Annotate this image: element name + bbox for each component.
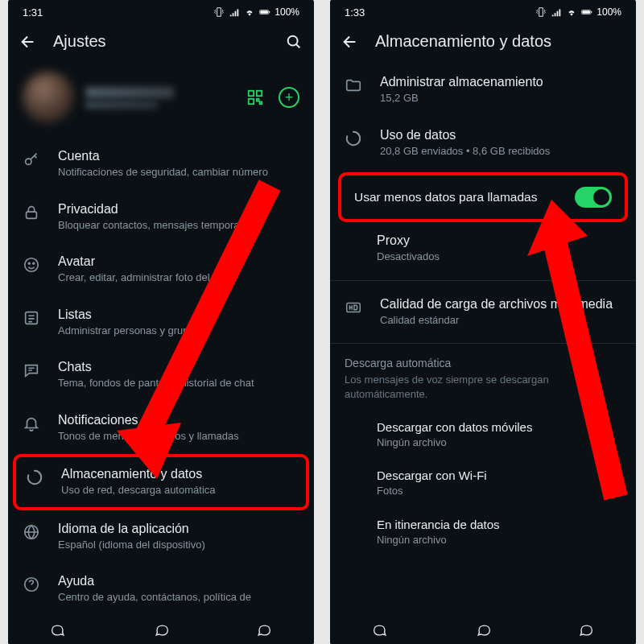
- globe-icon: [23, 523, 40, 541]
- svg-point-12: [28, 262, 30, 264]
- status-bar: 1:33 100%: [330, 0, 636, 24]
- nav-recent-icon[interactable]: [255, 622, 271, 638]
- signal-icon: [551, 6, 562, 18]
- face-icon: [23, 256, 40, 274]
- highlight-almacenamiento: Almacenamiento y datos Uso de red, desca…: [13, 454, 309, 510]
- item-manage-storage[interactable]: Administrar almacenamiento 15,2 GB: [330, 64, 636, 117]
- svg-point-13: [33, 262, 35, 264]
- svg-rect-23: [347, 303, 361, 312]
- setting-title: Descargar con datos móviles: [377, 420, 621, 434]
- header: Ajustes: [8, 24, 314, 64]
- chat-icon: [23, 361, 40, 379]
- nav-home-icon[interactable]: [153, 622, 169, 638]
- nav-recent-icon[interactable]: [577, 622, 593, 638]
- battery-percent: 100%: [597, 6, 621, 18]
- section-desc-auto-download: Los mensajes de voz siempre se descargan…: [330, 373, 636, 410]
- list-icon: [23, 309, 40, 327]
- status-time: 1:31: [23, 6, 43, 19]
- item-data-usage[interactable]: Uso de datos 20,8 GB enviados • 8,6 GB r…: [330, 117, 636, 170]
- setting-listas[interactable]: Listas Administrar personas y grupos: [8, 296, 314, 349]
- profile-row[interactable]: +: [8, 64, 314, 138]
- vibrate-icon: [535, 6, 547, 18]
- data-usage-icon: [345, 130, 362, 147]
- setting-cuenta[interactable]: Cuenta Notificaciones de seguridad, camb…: [8, 138, 314, 191]
- setting-sub: 20,8 GB enviados • 8,6 GB recibidos: [380, 144, 621, 159]
- nav-home-icon[interactable]: [475, 622, 491, 638]
- setting-title: Notificaciones: [58, 413, 299, 427]
- toggle-label: Usar menos datos para llamadas: [354, 190, 565, 204]
- setting-sub: Bloquear contactos, mensajes temporales: [58, 218, 299, 233]
- setting-sub: Notificaciones de seguridad, cambiar núm…: [58, 165, 299, 180]
- status-time: 1:33: [345, 6, 365, 19]
- highlight-toggle: Usar menos datos para llamadas: [338, 172, 628, 222]
- qr-icon[interactable]: [246, 89, 264, 106]
- setting-sub: Español (idioma del dispositivo): [58, 538, 299, 552]
- svg-rect-10: [27, 212, 37, 218]
- battery-icon: [581, 6, 592, 18]
- setting-sub: Ningún archivo: [377, 436, 621, 450]
- setting-sub: 15,2 GB: [380, 91, 621, 105]
- setting-privacidad[interactable]: Privacidad Bloquear contactos, mensajes …: [8, 191, 314, 244]
- download-wifi[interactable]: Descargar con Wi-Fi Fotos: [330, 459, 636, 508]
- setting-sub: Administrar personas y grupos: [58, 324, 299, 338]
- profile-info: [85, 87, 235, 109]
- svg-point-3: [288, 35, 298, 45]
- toggle-less-data-calls[interactable]: Usar menos datos para llamadas: [341, 175, 625, 219]
- profile-name-blurred: [85, 87, 174, 98]
- header: Almacenamiento y datos: [330, 24, 636, 64]
- status-right: 100%: [213, 6, 299, 18]
- setting-sub: Ningún archivo: [377, 533, 621, 547]
- setting-ayuda[interactable]: Ayuda Centro de ayuda, contáctanos, polí…: [8, 563, 314, 616]
- item-proxy[interactable]: Proxy Desactivados: [330, 225, 636, 275]
- svg-rect-6: [249, 99, 254, 104]
- toggle-switch-on[interactable]: [575, 187, 612, 208]
- svg-rect-1: [261, 10, 269, 14]
- svg-rect-7: [257, 99, 259, 101]
- svg-rect-21: [583, 10, 591, 14]
- phone-left: 1:31 100% Ajustes + Cuenta Notific: [8, 0, 314, 644]
- setting-sub: Tema, fondos de pantalla, historial de c…: [58, 376, 299, 390]
- folder-icon: [345, 76, 362, 94]
- setting-sub: Crear, editar, administrar foto del perf…: [58, 270, 299, 285]
- svg-rect-22: [592, 11, 592, 14]
- setting-title: Uso de datos: [380, 128, 621, 142]
- setting-idioma[interactable]: Idioma de la aplicación Español (idioma …: [8, 510, 314, 564]
- download-mobile-data[interactable]: Descargar con datos móviles Ningún archi…: [330, 411, 636, 460]
- nav-bar: [8, 617, 314, 644]
- nav-back-icon[interactable]: [373, 622, 389, 638]
- search-icon[interactable]: [285, 33, 303, 51]
- add-account-button[interactable]: +: [279, 87, 299, 108]
- vibrate-icon: [213, 6, 225, 18]
- setting-title: Ayuda: [58, 574, 299, 588]
- item-upload-quality[interactable]: Calidad de carga de archivos multimedia …: [330, 286, 636, 339]
- wifi-icon: [244, 6, 255, 18]
- setting-avatar[interactable]: Avatar Crear, editar, administrar foto d…: [8, 243, 314, 296]
- page-title: Ajustes: [53, 32, 269, 51]
- setting-title: Almacenamiento y datos: [61, 467, 296, 481]
- svg-rect-5: [257, 91, 262, 96]
- svg-rect-8: [260, 102, 262, 105]
- profile-actions: +: [246, 87, 299, 108]
- help-icon: [23, 576, 40, 593]
- setting-notificaciones[interactable]: Notificaciones Tonos de mensajes, grupos…: [8, 402, 314, 455]
- setting-chats[interactable]: Chats Tema, fondos de pantalla, historia…: [8, 349, 314, 402]
- setting-sub: Tonos de mensajes, grupos y llamadas: [58, 429, 299, 444]
- data-usage-icon: [26, 469, 43, 486]
- svg-rect-2: [270, 11, 270, 14]
- status-bar: 1:31 100%: [8, 0, 314, 24]
- setting-title: Idioma de la aplicación: [58, 522, 299, 536]
- battery-icon: [259, 6, 270, 18]
- profile-sub-blurred: [85, 101, 158, 109]
- setting-sub: Centro de ayuda, contáctanos, política d…: [58, 590, 299, 605]
- nav-bar: [330, 617, 636, 644]
- bell-icon: [23, 415, 40, 432]
- back-icon[interactable]: [341, 33, 359, 51]
- nav-back-icon[interactable]: [51, 622, 67, 638]
- wifi-icon: [566, 6, 577, 18]
- download-roaming[interactable]: En itinerancia de datos Ningún archivo: [330, 508, 636, 557]
- setting-title: Calidad de carga de archivos multimedia: [380, 297, 621, 312]
- lock-icon: [23, 204, 40, 221]
- setting-almacenamiento[interactable]: Almacenamiento y datos Uso de red, desca…: [16, 457, 306, 507]
- setting-sub: Fotos: [377, 484, 621, 498]
- back-icon[interactable]: [19, 33, 37, 51]
